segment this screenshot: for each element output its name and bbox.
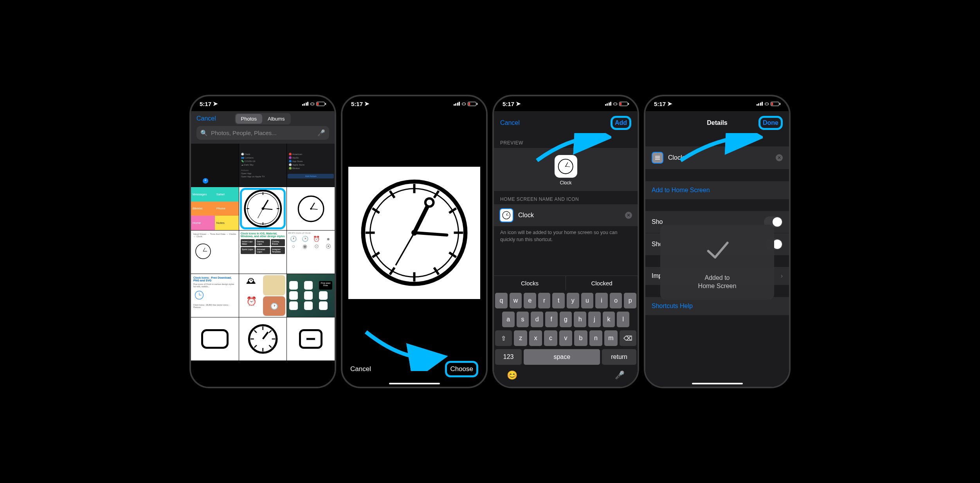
photo-thumb[interactable] xyxy=(287,187,335,230)
preview-box: Clock xyxy=(494,148,638,191)
clock-icon xyxy=(356,175,472,291)
keyboard-suggestions: Clocks Clocked xyxy=(494,276,638,290)
svg-line-43 xyxy=(390,191,395,198)
location-icon: ➤ xyxy=(213,100,218,107)
photo-thumb[interactable] xyxy=(287,317,335,360)
photo-grid[interactable]: + 🕐 Clock 👥 Contacts 🦠 COVID-19 ☁ Dark S… xyxy=(191,144,335,387)
photo-thumb[interactable]: Messages Safari Blinkist Phone Home Note… xyxy=(191,187,239,230)
photo-thumb[interactable]: Clock icons in iOS, Material, Windows, a… xyxy=(239,231,287,274)
photo-thumb[interactable] xyxy=(239,317,287,360)
battery-icon xyxy=(316,102,326,106)
hint-text: An icon will be added to your home scree… xyxy=(494,226,638,246)
notch xyxy=(686,96,749,106)
signal-icon xyxy=(302,102,309,106)
details-header: Details Done xyxy=(645,111,789,135)
suggestion[interactable]: Clocks xyxy=(494,276,566,290)
overlay-text: Added to Home Screen xyxy=(698,274,737,290)
clock-icon xyxy=(294,194,328,224)
search-placeholder: Photos, People, Places... xyxy=(211,130,314,136)
notch xyxy=(232,96,294,106)
svg-line-29 xyxy=(263,332,268,339)
svg-line-37 xyxy=(449,209,456,213)
shortcut-name-row[interactable]: Clock ✕ xyxy=(645,146,789,169)
svg-line-26 xyxy=(269,345,271,348)
photo-thumb[interactable] xyxy=(191,317,239,360)
phone-3-add-home: 5:17➤ ⬭ Cancel Add PREVIEW Clock HOME SC… xyxy=(492,95,639,388)
photo-thumb[interactable]: 🕰 ⏰ 🕐 xyxy=(239,274,287,317)
search-field[interactable]: 🔍 Photos, People, Places... 🎤 xyxy=(196,126,329,140)
cancel-button[interactable]: Cancel xyxy=(500,119,520,126)
cancel-button[interactable]: Cancel xyxy=(350,365,371,373)
svg-line-11 xyxy=(311,203,314,209)
emoji-button[interactable]: 😊 xyxy=(507,370,517,380)
phone-1-photo-picker: 5:17 ➤ ⬭ Cancel Photos Albums 🔍 Photos, … xyxy=(189,95,336,388)
app-icon-preview xyxy=(555,155,577,178)
clear-button[interactable]: ✕ xyxy=(776,154,783,161)
details-title: Details xyxy=(707,119,727,126)
name-icon-label: HOME SCREEN NAME AND ICON xyxy=(494,191,638,204)
suggestion[interactable]: Clocked xyxy=(566,276,638,290)
photo-thumb[interactable]: 🕐 Clock 👥 Contacts 🦠 COVID-19 ☁ Dark Sky… xyxy=(239,144,287,187)
svg-line-54 xyxy=(506,213,508,215)
photo-thumb[interactable]: Clock Icons - Free Download, PNG and SVG… xyxy=(191,274,239,317)
svg-line-38 xyxy=(449,253,456,258)
svg-line-28 xyxy=(254,330,256,333)
phone-2-crop: 5:17➤ ⬭ xyxy=(341,95,488,388)
crop-area[interactable] xyxy=(342,111,486,355)
add-button[interactable]: Add xyxy=(611,116,631,130)
mic-icon[interactable]: 🎤 xyxy=(317,129,325,137)
svg-line-42 xyxy=(373,209,380,213)
shortcut-icon[interactable] xyxy=(652,152,663,164)
keyboard: qwertyuiop asdfghjkl ⇧ zxcvbnm ⌫ 123 spa… xyxy=(494,290,638,387)
photo-thumb[interactable]: Five past Five xyxy=(287,274,335,317)
modal-header: Cancel Add xyxy=(494,111,638,135)
svg-line-12 xyxy=(311,209,317,209)
picker-header: Cancel Photos Albums 🔍 Photos, People, P… xyxy=(191,111,335,144)
clear-button[interactable]: ✕ xyxy=(625,212,632,219)
home-indicator[interactable] xyxy=(692,383,743,384)
phone-4-details: 5:17➤ ⬭ Details Done Clock ✕ Add to Home… xyxy=(644,95,791,388)
name-input[interactable]: Clock xyxy=(518,212,620,219)
svg-line-50 xyxy=(566,162,568,166)
space-key[interactable]: space xyxy=(524,349,600,365)
segment-control[interactable]: Photos Albums xyxy=(235,113,291,124)
add-to-home-button[interactable]: Add to Home Screen xyxy=(645,181,789,199)
notch xyxy=(383,96,446,106)
svg-line-25 xyxy=(269,330,271,333)
svg-line-45 xyxy=(414,233,447,235)
selection-ring xyxy=(240,188,286,229)
photo-thumb[interactable]: 28,971 icons of Clock 🕐🕑⏰● ○◉⊙⦿ xyxy=(287,231,335,274)
crop-image xyxy=(348,167,481,299)
home-indicator[interactable] xyxy=(389,383,440,384)
crop-footer: Cancel Choose xyxy=(342,355,486,387)
confirmation-overlay: Added to Home Screen xyxy=(660,225,774,300)
checkmark-icon xyxy=(704,236,731,269)
segment-photos[interactable]: Photos xyxy=(236,114,262,124)
icon-picker-button[interactable] xyxy=(499,208,513,222)
svg-line-36 xyxy=(434,191,439,198)
svg-point-13 xyxy=(310,208,312,210)
preview-label: PREVIEW xyxy=(494,135,638,148)
choose-button[interactable]: Choose xyxy=(445,361,478,377)
delete-key[interactable]: ⌫ xyxy=(620,330,636,346)
svg-line-51 xyxy=(566,166,570,167)
dictation-button[interactable]: 🎤 xyxy=(615,370,625,380)
return-key[interactable]: return xyxy=(602,349,636,365)
done-button[interactable]: Done xyxy=(758,116,783,130)
shift-key[interactable]: ⇧ xyxy=(495,330,512,346)
photo-thumb[interactable]: 🔴 American 🟣 Apollo 🔵 App Store ⚪ Apple … xyxy=(287,144,335,187)
num-key[interactable]: 123 xyxy=(495,349,522,365)
svg-line-41 xyxy=(373,253,380,258)
name-input-row: Clock ✕ xyxy=(494,204,638,226)
photo-thumb[interactable]: Hand Drawn → Time And Date → Clocks → Cl… xyxy=(191,231,239,274)
app-name-label: Clock xyxy=(560,180,571,186)
photo-thumb-selected[interactable] xyxy=(239,187,287,230)
wifi-icon: ⬭ xyxy=(310,101,314,106)
photo-thumb[interactable]: + xyxy=(191,144,239,187)
segment-albums[interactable]: Albums xyxy=(262,114,290,124)
status-time: 5:17 xyxy=(200,101,211,107)
cancel-button[interactable]: Cancel xyxy=(196,115,216,122)
key[interactable]: q xyxy=(495,293,508,308)
svg-line-39 xyxy=(434,268,439,275)
search-icon: 🔍 xyxy=(200,130,208,137)
